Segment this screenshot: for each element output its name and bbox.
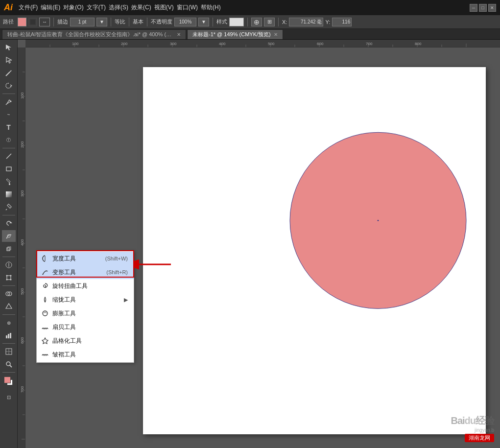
window-close[interactable]: ✕ [488,4,496,12]
stroke-width-input[interactable] [70,18,95,26]
svg-line-3 [6,104,7,105]
tab-1-close[interactable]: ✕ [177,32,181,37]
menu-edit[interactable]: 编辑(E) [41,3,60,12]
menu-item-bloat-tool[interactable]: 膨胀工具 [37,307,134,320]
opacity-input[interactable] [174,18,196,26]
svg-text:500: 500 [268,42,275,46]
menu-effect[interactable]: 效果(C) [131,3,151,12]
svg-rect-5 [6,167,11,171]
warp-tool-shortcut: (Shift+R) [96,269,128,275]
menu-select[interactable]: 选择(S) [109,3,128,12]
svg-text:800: 800 [415,42,422,46]
svg-point-81 [378,220,379,221]
svg-text:500: 500 [20,288,24,295]
svg-point-27 [6,362,10,366]
svg-text:300: 300 [170,42,177,46]
menu-object[interactable]: 对象(O) [63,3,83,12]
svg-rect-7 [7,204,11,208]
direct-selection-tool[interactable] [2,54,16,66]
canvas-area[interactable]: 100 200 300 400 500 600 700 800 [18,40,500,448]
svg-marker-84 [42,338,48,344]
column-graph-tool[interactable] [2,330,16,341]
scale-tool[interactable] [2,243,16,255]
zoom-tool[interactable] [2,358,16,370]
menu-window[interactable]: 窗口(W) [177,3,198,12]
svg-text:600: 600 [20,337,24,344]
perspective-grid-tool[interactable] [2,301,16,312]
twirl-tool-icon [41,282,49,290]
svg-point-83 [43,311,48,316]
stroke-style-box[interactable]: ↔ [39,18,50,26]
menu-item-pucker-tool[interactable]: 缩拢工具 ▶ [37,293,134,307]
lasso-tool[interactable] [2,80,16,92]
wrinkle-tool-label: 皱褶工具 [52,351,76,359]
artboard [143,67,486,434]
selection-tool[interactable] [2,42,16,53]
menu-item-warp-tool[interactable]: 变形工具 (Shift+R) [37,265,134,279]
tab-2[interactable]: 未标题-1* @ 149% (CMYK/预览) ✕ [187,29,283,39]
svg-text:400: 400 [219,42,226,46]
tools-extra[interactable]: ⊕ [251,18,262,26]
tab-1[interactable]: 转曲-松鼠AI智适应教育《全国合作校校区安全指南》.ai* @ 400% (CM… [2,29,186,39]
stroke-label: 描边 [57,18,68,25]
menu-file[interactable]: 文件(F) [19,3,38,12]
rectangle-tool[interactable] [2,163,16,175]
pucker-tool-arrow: ▶ [124,297,128,303]
menu-text[interactable]: 文字(T) [87,3,106,12]
bloat-tool-label: 膨胀工具 [52,309,76,318]
crystallize-tool-icon [41,336,49,345]
arrange-icon[interactable]: ⊞ [264,18,275,26]
pen-tool[interactable] [2,96,16,108]
ruler-vertical: 100 200 300 400 500 600 700 [18,47,25,448]
slice-tool[interactable] [2,346,16,357]
x-label: X: [282,19,287,25]
window-minimize[interactable]: ─ [470,4,477,12]
stroke-swatch[interactable] [28,18,37,26]
menu-item-width-tool[interactable]: 宽度工具 (Shift+W) [37,252,134,265]
x-input[interactable] [289,18,323,26]
line-tool[interactable] [2,150,16,162]
title-bar: Ai 文件(F) 编辑(E) 对象(O) 文字(T) 选择(S) 效果(C) 视… [0,0,500,15]
svg-text:300: 300 [20,190,24,197]
shape-builder-tool[interactable] [2,288,16,300]
svg-point-16 [10,275,11,277]
main-area: ✦ ~ T Ⓣ [0,40,500,448]
magic-wand-tool[interactable]: ✦ [2,67,16,79]
canvas-circle[interactable] [280,77,476,361]
width-tool[interactable] [2,259,16,271]
menu-help[interactable]: 帮助(H) [201,3,221,12]
opacity-dropdown[interactable]: ▼ [198,18,209,26]
type-tool[interactable]: T [2,121,16,133]
svg-rect-21 [6,335,7,338]
tab-2-close[interactable]: ✕ [274,32,278,37]
style-swatch[interactable] [229,18,244,26]
bloat-tool-icon [41,309,49,318]
screen-mode-btn[interactable]: ⊡ [2,391,16,403]
window-maximize[interactable]: □ [479,4,487,12]
paint-bucket-tool[interactable] [2,176,16,188]
warp-tool-active[interactable] [2,230,16,242]
stroke-dropdown[interactable]: ▼ [96,18,107,26]
hunan-badge: 湖南龙网 [465,434,494,442]
svg-line-28 [10,365,12,367]
menu-item-scallop-tool[interactable]: 扇贝工具 [37,320,134,334]
touch-type-tool[interactable]: Ⓣ [2,134,16,146]
svg-text:700: 700 [20,386,24,393]
menu-item-twirl-tool[interactable]: 旋转扭曲工具 [37,279,134,293]
menu-item-wrinkle-tool[interactable]: 皱褶工具 [37,348,134,361]
menu-item-crystallize-tool[interactable]: 晶格化工具 [37,334,134,348]
curvature-tool[interactable]: ~ [2,109,16,120]
svg-rect-11 [7,248,10,251]
rotate-tool[interactable] [2,217,16,229]
svg-text:200: 200 [121,42,128,46]
free-transform-tool[interactable] [2,272,16,283]
eyedropper-tool[interactable] [2,201,16,213]
menu-view[interactable]: 视图(V) [154,3,174,12]
fill-stroke-colors[interactable] [2,375,16,388]
svg-line-4 [6,154,11,159]
baidu-logo: Baidu经验 [451,414,494,427]
gradient-tool[interactable] [2,189,16,200]
symbol-tool[interactable]: ⊕ [2,317,16,329]
y-input[interactable] [332,18,352,26]
fill-swatch[interactable] [18,18,26,26]
